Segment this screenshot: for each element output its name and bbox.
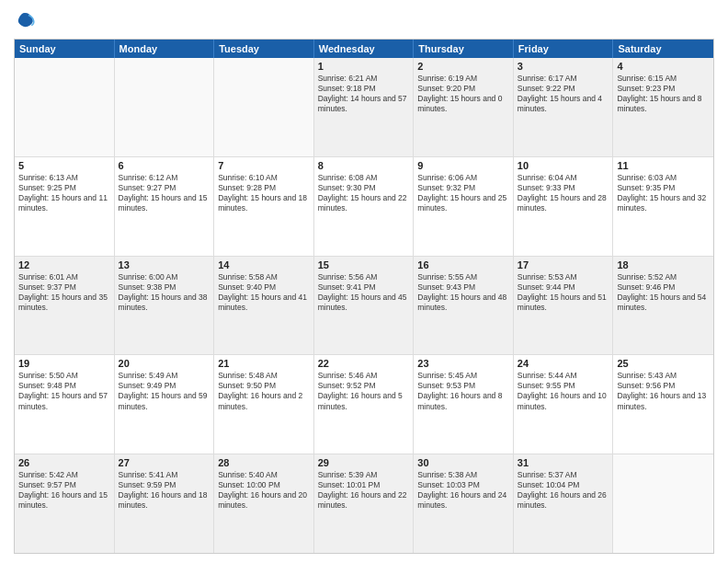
cell-info: Sunrise: 6:10 AM Sunset: 9:28 PM Dayligh… [218, 173, 310, 213]
cal-cell: 17Sunrise: 5:53 AM Sunset: 9:44 PM Dayli… [514, 257, 614, 355]
header-day-tuesday: Tuesday [214, 40, 314, 58]
cal-cell [15, 58, 115, 156]
cal-cell: 6Sunrise: 6:12 AM Sunset: 9:27 PM Daylig… [115, 157, 215, 256]
day-number: 30 [417, 457, 509, 468]
cal-cell: 1Sunrise: 6:21 AM Sunset: 9:18 PM Daylig… [314, 58, 415, 156]
day-number: 18 [617, 259, 710, 270]
cal-cell: 3Sunrise: 6:17 AM Sunset: 9:22 PM Daylig… [514, 58, 614, 156]
cal-cell: 11Sunrise: 6:03 AM Sunset: 9:35 PM Dayli… [613, 157, 713, 256]
day-number: 31 [518, 457, 609, 468]
cal-cell: 31Sunrise: 5:37 AM Sunset: 10:04 PM Dayl… [514, 454, 614, 553]
header-day-saturday: Saturday [613, 40, 713, 58]
header-day-wednesday: Wednesday [314, 40, 415, 58]
day-number: 7 [218, 160, 310, 171]
cell-info: Sunrise: 5:56 AM Sunset: 9:41 PM Dayligh… [318, 272, 410, 313]
cell-info: Sunrise: 5:38 AM Sunset: 10:03 PM Daylig… [417, 470, 509, 511]
day-number: 25 [617, 358, 710, 369]
cal-cell: 26Sunrise: 5:42 AM Sunset: 9:57 PM Dayli… [15, 454, 115, 553]
calendar-header: SundayMondayTuesdayWednesdayThursdayFrid… [15, 40, 713, 58]
cal-cell: 14Sunrise: 5:58 AM Sunset: 9:40 PM Dayli… [214, 257, 314, 355]
cal-cell: 2Sunrise: 6:19 AM Sunset: 9:20 PM Daylig… [414, 58, 514, 156]
cal-cell: 27Sunrise: 5:41 AM Sunset: 9:59 PM Dayli… [115, 454, 215, 553]
day-number: 17 [518, 259, 609, 270]
cal-cell: 30Sunrise: 5:38 AM Sunset: 10:03 PM Dayl… [414, 454, 514, 553]
cal-cell: 20Sunrise: 5:49 AM Sunset: 9:49 PM Dayli… [115, 355, 215, 454]
day-number: 11 [617, 160, 710, 171]
week-row-1: 1Sunrise: 6:21 AM Sunset: 9:18 PM Daylig… [15, 58, 713, 157]
day-number: 15 [318, 259, 410, 270]
cal-cell [115, 58, 215, 156]
logo [14, 9, 40, 31]
calendar: SundayMondayTuesdayWednesdayThursdayFrid… [14, 39, 714, 554]
day-number: 4 [617, 61, 710, 72]
cal-cell: 21Sunrise: 5:48 AM Sunset: 9:50 PM Dayli… [214, 355, 314, 454]
day-number: 29 [318, 457, 410, 468]
cell-info: Sunrise: 6:12 AM Sunset: 9:27 PM Dayligh… [119, 173, 210, 213]
cal-cell: 19Sunrise: 5:50 AM Sunset: 9:48 PM Dayli… [15, 355, 115, 454]
day-number: 22 [318, 358, 410, 369]
week-row-3: 12Sunrise: 6:01 AM Sunset: 9:37 PM Dayli… [15, 257, 713, 356]
cal-cell: 25Sunrise: 5:43 AM Sunset: 9:56 PM Dayli… [613, 355, 713, 454]
cell-info: Sunrise: 6:13 AM Sunset: 9:25 PM Dayligh… [18, 173, 110, 213]
day-number: 10 [518, 160, 609, 171]
page: SundayMondayTuesdayWednesdayThursdayFrid… [0, 0, 728, 563]
cell-info: Sunrise: 5:46 AM Sunset: 9:52 PM Dayligh… [318, 371, 410, 411]
cal-cell: 24Sunrise: 5:44 AM Sunset: 9:55 PM Dayli… [514, 355, 614, 454]
cell-info: Sunrise: 6:04 AM Sunset: 9:33 PM Dayligh… [518, 173, 609, 213]
cell-info: Sunrise: 5:41 AM Sunset: 9:59 PM Dayligh… [119, 470, 210, 511]
cal-cell: 15Sunrise: 5:56 AM Sunset: 9:41 PM Dayli… [314, 257, 415, 355]
cell-info: Sunrise: 5:37 AM Sunset: 10:04 PM Daylig… [518, 470, 609, 511]
cal-cell: 8Sunrise: 6:08 AM Sunset: 9:30 PM Daylig… [314, 157, 415, 256]
day-number: 20 [119, 358, 210, 369]
calendar-body: 1Sunrise: 6:21 AM Sunset: 9:18 PM Daylig… [15, 58, 713, 553]
day-number: 9 [417, 160, 509, 171]
cell-info: Sunrise: 5:49 AM Sunset: 9:49 PM Dayligh… [119, 371, 210, 411]
day-number: 12 [18, 259, 110, 270]
day-number: 1 [318, 61, 410, 72]
day-number: 21 [218, 358, 310, 369]
cell-info: Sunrise: 6:00 AM Sunset: 9:38 PM Dayligh… [119, 272, 210, 313]
week-row-4: 19Sunrise: 5:50 AM Sunset: 9:48 PM Dayli… [15, 355, 713, 454]
cell-info: Sunrise: 6:21 AM Sunset: 9:18 PM Dayligh… [318, 74, 410, 114]
day-number: 8 [318, 160, 410, 171]
cal-cell [214, 58, 314, 156]
day-number: 24 [518, 358, 609, 369]
day-number: 28 [218, 457, 310, 468]
day-number: 13 [119, 259, 210, 270]
cal-cell [613, 454, 713, 553]
cell-info: Sunrise: 5:43 AM Sunset: 9:56 PM Dayligh… [617, 371, 710, 411]
day-number: 14 [218, 259, 310, 270]
cal-cell: 9Sunrise: 6:06 AM Sunset: 9:32 PM Daylig… [414, 157, 514, 256]
cal-cell: 10Sunrise: 6:04 AM Sunset: 9:33 PM Dayli… [514, 157, 614, 256]
cell-info: Sunrise: 5:44 AM Sunset: 9:55 PM Dayligh… [518, 371, 609, 411]
week-row-5: 26Sunrise: 5:42 AM Sunset: 9:57 PM Dayli… [15, 454, 713, 553]
day-number: 23 [417, 358, 509, 369]
day-number: 2 [417, 61, 509, 72]
day-number: 27 [119, 457, 210, 468]
cell-info: Sunrise: 5:58 AM Sunset: 9:40 PM Dayligh… [218, 272, 310, 313]
cell-info: Sunrise: 5:40 AM Sunset: 10:00 PM Daylig… [218, 470, 310, 511]
header-day-friday: Friday [514, 40, 614, 58]
day-number: 26 [18, 457, 110, 468]
cal-cell: 23Sunrise: 5:45 AM Sunset: 9:53 PM Dayli… [414, 355, 514, 454]
cell-info: Sunrise: 6:19 AM Sunset: 9:20 PM Dayligh… [417, 74, 509, 114]
cell-info: Sunrise: 6:15 AM Sunset: 9:23 PM Dayligh… [617, 74, 710, 114]
cell-info: Sunrise: 5:42 AM Sunset: 9:57 PM Dayligh… [18, 470, 110, 511]
cell-info: Sunrise: 5:53 AM Sunset: 9:44 PM Dayligh… [518, 272, 609, 313]
header-day-thursday: Thursday [414, 40, 514, 58]
cal-cell: 16Sunrise: 5:55 AM Sunset: 9:43 PM Dayli… [414, 257, 514, 355]
cal-cell: 22Sunrise: 5:46 AM Sunset: 9:52 PM Dayli… [314, 355, 415, 454]
logo-icon [14, 9, 36, 31]
day-number: 5 [18, 160, 110, 171]
cell-info: Sunrise: 5:52 AM Sunset: 9:46 PM Dayligh… [617, 272, 710, 313]
cal-cell: 5Sunrise: 6:13 AM Sunset: 9:25 PM Daylig… [15, 157, 115, 256]
day-number: 16 [417, 259, 509, 270]
day-number: 6 [119, 160, 210, 171]
day-number: 19 [18, 358, 110, 369]
header-day-monday: Monday [115, 40, 215, 58]
cal-cell: 7Sunrise: 6:10 AM Sunset: 9:28 PM Daylig… [214, 157, 314, 256]
cell-info: Sunrise: 6:01 AM Sunset: 9:37 PM Dayligh… [18, 272, 110, 313]
week-row-2: 5Sunrise: 6:13 AM Sunset: 9:25 PM Daylig… [15, 157, 713, 257]
cell-info: Sunrise: 6:08 AM Sunset: 9:30 PM Dayligh… [318, 173, 410, 213]
cell-info: Sunrise: 6:17 AM Sunset: 9:22 PM Dayligh… [518, 74, 609, 114]
